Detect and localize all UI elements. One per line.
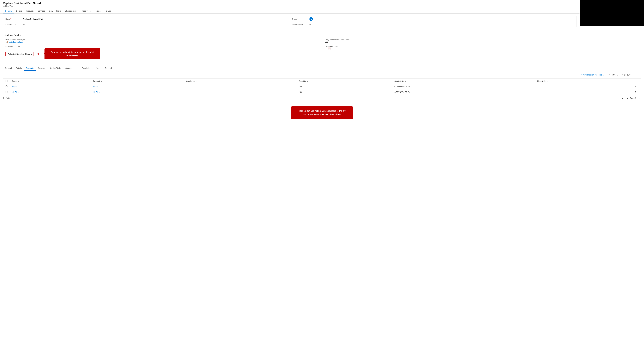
next-page-button[interactable]: ► [637,96,641,100]
default-work-order-field: Default Work Order Type 📋 Install or rep… [6,39,319,43]
col-quantity[interactable]: Quantity ∨ [296,78,392,84]
refresh-button[interactable]: ↻ Refresh [607,73,619,76]
bottom-tab-notes[interactable]: Notes [94,66,103,71]
col-created-on[interactable]: Created On ∨ [392,78,535,84]
tab-notes[interactable]: Notes [94,9,102,14]
more-options-button[interactable]: ⋮ [635,72,638,77]
first-page-button[interactable]: |◄ [620,96,624,100]
bottom-tab-characteristics[interactable]: Characteristics [63,66,80,71]
table-row[interactable]: Air Filter Air Filter 1.00 6/26/2022 6:0… [3,90,641,95]
tooltip-products: Products defined will be auto-populated … [291,106,353,119]
row-description [183,84,296,90]
row-name[interactable]: Air Filter [10,90,91,95]
col-line-order[interactable]: Line Order ↑ [535,78,641,84]
tab-products[interactable]: Products [24,9,36,14]
tab-service-tasks[interactable]: Service Tasks [47,9,63,14]
tab-services[interactable]: Services [36,9,47,14]
record-title: Replace Peripheral Part [3,2,32,5]
calculated-time-label: Calculated Time [325,45,638,48]
table-toolbar: + New Incident Type Pro... ↻ Refresh ⌥ F… [3,71,641,78]
bottom-tab-products[interactable]: Products [24,66,36,71]
copy-incident-field: Copy Incident Items Agreement Yes [325,39,638,43]
sort-created-icon: ∨ [405,80,406,82]
row-created-on: 6/26/2022 6:02 PM [392,90,535,95]
incident-details-title: Incident Details [6,34,638,36]
display-name-value: --- [310,23,311,26]
col-description[interactable]: Description ∨ [183,78,296,84]
avatar: A [310,17,313,21]
col-name[interactable]: Name ∨ [10,78,91,84]
row-product[interactable]: Air Filter [91,90,183,95]
name-value: Replace Peripheral Part [23,18,43,20]
owner-label: Owner [292,18,308,20]
row-description [183,90,296,95]
row-checkbox[interactable] [3,84,10,90]
sort-name-icon: ∨ [18,80,19,82]
tab-resolutions[interactable]: Resolutions [80,9,94,14]
products-section: + New Incident Type Pro... ↻ Refresh ⌥ F… [3,71,641,95]
display-name-field-row: Display Name --- [290,22,576,27]
sort-qty-icon: ∨ [307,80,308,82]
enable-c2-field-row: Enable for C2 --- [3,22,290,27]
bottom-tab-related[interactable]: Related [103,66,114,71]
display-name-label: Display Name [292,24,308,26]
new-incident-type-button[interactable]: + New Incident Type Pro... [580,73,605,77]
refresh-icon: ↻ [608,74,610,76]
row-product[interactable]: Airpot [91,84,183,90]
calculated-time-value: --- [325,48,327,50]
row-created-on: 6/26/2022 6:01 PM [392,84,535,90]
col-product[interactable]: Product ∨ [91,78,183,84]
row-line-order: 1 [535,84,641,90]
calculated-time-field: Calculated Time --- 📅 [325,45,638,50]
tab-general[interactable]: General [3,9,14,14]
saved-badge: Saved [33,2,41,5]
tab-characteristics[interactable]: Characteristics [63,9,80,14]
top-nav-tabs: General Details Products Services Servic… [3,9,577,14]
table-row[interactable]: Airpot Airpot 1.00 6/26/2022 6:01 PM 1 [3,84,641,90]
default-work-order-label: Default Work Order Type [6,39,319,41]
enable-c2-value: --- [23,23,24,26]
red-arrow-icon: ◄ [36,52,39,56]
estimated-duration-label-inline: Estimated Duration [8,53,24,55]
chevron-down-icon: ▾ [630,74,631,76]
record-type: Incident Type [3,5,577,7]
row-checkbox[interactable] [3,90,10,95]
estimated-duration-value: 3 hours [25,53,32,55]
sort-desc-icon: ∨ [196,80,197,82]
flow-button[interactable]: ⌥ Flow ▾ [621,73,632,76]
flow-icon: ⌥ [622,74,625,76]
calendar-icon[interactable]: 📅 [328,48,331,50]
bottom-tab-details[interactable]: Details [14,66,24,71]
select-all-checkbox[interactable] [3,78,10,84]
row-name[interactable]: Airpot [10,84,91,90]
black-panel [580,0,644,26]
sort-product-icon: ∨ [101,80,102,82]
name-field-row: Name Replace Peripheral Part [3,16,290,22]
plus-icon: + [580,74,582,76]
estimated-duration-label: Estimated Duration [6,46,319,48]
incident-details-section: Incident Details Default Work Order Type… [3,32,641,62]
bottom-tab-service-tasks[interactable]: Service Tasks [48,66,63,71]
copy-incident-value: Yes [325,41,638,43]
enable-c2-label: Enable for C2 [6,24,22,26]
tooltip-duration: Duration based on total duration of all … [44,48,100,60]
bottom-tab-resolutions[interactable]: Resolutions [80,66,94,71]
prev-page-button[interactable]: ◄ [625,96,629,100]
page-label: Page 1 [630,97,636,99]
estimated-duration-field: Estimated Duration Estimated Duration 3 … [6,46,319,60]
owner-value[interactable]: --- --- [314,18,318,20]
row-line-order: 2 [535,90,641,95]
copy-incident-label: Copy Incident Items Agreement [325,39,638,41]
name-label: Name [6,18,22,20]
pagination-controls: |◄ ◄ Page 1 ► [620,96,641,100]
bottom-tab-services[interactable]: Services [36,66,48,71]
row-quantity: 1.00 [296,90,392,95]
bottom-nav-section: General Details Products Services Servic… [0,66,644,71]
products-table: Name ∨ Product ∨ Description ∨ Quantity … [3,78,641,95]
bottom-tab-general[interactable]: General [3,66,14,71]
default-work-order-value[interactable]: 📋 Install or replace [6,41,319,43]
tab-details[interactable]: Details [14,9,24,14]
pagination: 1 - 2 of 2 |◄ ◄ Page 1 ► [0,95,644,101]
bottom-nav-tabs: General Details Products Services Servic… [3,66,641,71]
tab-related[interactable]: Related [102,9,113,14]
